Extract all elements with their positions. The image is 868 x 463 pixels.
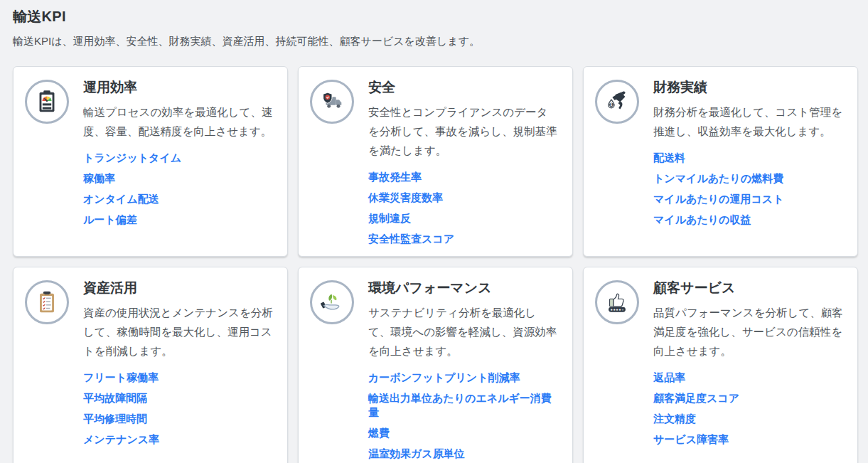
kpi-card-financial-performance: $ 財務実績 財務分析を最適化して、コスト管理を推進し、収益効率を最大化します。… xyxy=(583,66,858,257)
kpi-card-environmental-performance: 環境パフォーマンス サステナビリティ分析を最適化して、環境への影響を軽減し、資源… xyxy=(298,267,573,463)
card-body: 環境パフォーマンス サステナビリティ分析を最適化して、環境への影響を軽減し、資源… xyxy=(368,277,558,461)
kpi-link-asset-utilization-3[interactable]: メンテナンス率 xyxy=(83,432,273,447)
kpi-link-customer-service-2[interactable]: 注文精度 xyxy=(653,412,843,426)
kpi-card-operational-efficiency: 運用効率 輸送プロセスの効率を最適化して、速度、容量、配送精度を向上させます。 … xyxy=(13,66,288,257)
kpi-link-customer-service-1[interactable]: 顧客満足度スコア xyxy=(653,391,843,405)
kpi-link-asset-utilization-2[interactable]: 平均修理時間 xyxy=(83,412,273,426)
card-description: 輸送プロセスの効率を最適化して、速度、容量、配送精度を向上させます。 xyxy=(83,102,273,141)
card-link-list: 配送料トンマイルあたりの燃料費マイルあたりの運用コストマイルあたりの収益 xyxy=(653,151,843,227)
kpi-link-safety-0[interactable]: 事故発生率 xyxy=(368,170,558,184)
kpi-link-safety-1[interactable]: 休業災害度数率 xyxy=(368,191,558,205)
kpi-link-financial-performance-0[interactable]: 配送料 xyxy=(653,151,843,165)
kpi-link-operational-efficiency-1[interactable]: 稼働率 xyxy=(83,171,273,186)
kpi-link-financial-performance-1[interactable]: トンマイルあたりの燃料費 xyxy=(653,171,843,186)
kpi-link-environmental-performance-3[interactable]: 温室効果ガス原単位 xyxy=(368,447,558,461)
checklist-clipboard-icon xyxy=(25,280,69,324)
kpi-link-environmental-performance-2[interactable]: 燃費 xyxy=(368,426,558,440)
card-title: 安全 xyxy=(368,78,558,97)
card-body: 資産活用 資産の使用状況とメンテナンスを分析して、稼働時間を最大化し、運用コスト… xyxy=(83,277,273,447)
card-link-list: フリート稼働率平均故障間隔平均修理時間メンテナンス率 xyxy=(83,371,273,447)
kpi-link-operational-efficiency-0[interactable]: トランジットタイム xyxy=(83,151,273,165)
card-title: 環境パフォーマンス xyxy=(368,279,558,297)
card-description: 財務分析を最適化して、コスト管理を推進し、収益効率を最大化します。 xyxy=(653,102,843,141)
card-title: 顧客サービス xyxy=(653,279,843,297)
kpi-link-safety-2[interactable]: 規制違反 xyxy=(368,211,558,225)
eco-hand-leaf-icon xyxy=(310,280,354,324)
svg-text:★: ★ xyxy=(621,308,624,312)
svg-text:★★★★: ★★★★ xyxy=(610,308,621,312)
card-title: 財務実績 xyxy=(653,78,843,97)
card-link-list: トランジットタイム稼働率オンタイム配送ルート偏差 xyxy=(83,151,273,227)
card-body: 顧客サービス 品質パフォーマンスを分析して、顧客満足度を強化し、サービスの信頼性… xyxy=(653,277,843,447)
kpi-link-financial-performance-2[interactable]: マイルあたりの運用コスト xyxy=(653,192,843,206)
kpi-card-safety: 安全 安全性とコンプライアンスのデータを分析して、事故を減らし、規制基準を満たし… xyxy=(298,66,573,257)
card-title: 資産活用 xyxy=(83,279,273,297)
svg-text:$: $ xyxy=(611,103,613,107)
fuel-dollar-icon: $ xyxy=(595,80,639,124)
kpi-link-financial-performance-3[interactable]: マイルあたりの収益 xyxy=(653,213,843,227)
card-description: 資産の使用状況とメンテナンスを分析して、稼働時間を最大化し、運用コストを削減しま… xyxy=(83,303,273,361)
card-description: サステナビリティ分析を最適化して、環境への影響を軽減し、資源効率を向上させます。 xyxy=(368,303,558,361)
card-body: 運用効率 輸送プロセスの効率を最適化して、速度、容量、配送精度を向上させます。 … xyxy=(83,77,273,227)
kpi-link-environmental-performance-1[interactable]: 輸送出力単位あたりのエネルギー消費量 xyxy=(368,391,558,420)
kpi-link-operational-efficiency-3[interactable]: ルート偏差 xyxy=(83,213,273,227)
kpi-link-environmental-performance-0[interactable]: カーボンフットプリント削減率 xyxy=(368,371,558,385)
kpi-card-customer-service: ★★★★★ 顧客サービス 品質パフォーマンスを分析して、顧客満足度を強化し、サー… xyxy=(583,267,858,463)
kpi-link-safety-3[interactable]: 安全性監査スコア xyxy=(368,232,558,246)
card-body: 財務実績 財務分析を最適化して、コスト管理を推進し、収益効率を最大化します。 配… xyxy=(653,77,843,227)
kpi-card-grid: 運用効率 輸送プロセスの効率を最適化して、速度、容量、配送精度を向上させます。 … xyxy=(13,66,858,463)
shield-truck-icon xyxy=(310,80,354,124)
kpi-link-operational-efficiency-2[interactable]: オンタイム配送 xyxy=(83,192,273,206)
transportation-kpi-page: { "page": { "title": "輸送KPI", "subtitle"… xyxy=(0,0,868,463)
kpi-link-asset-utilization-0[interactable]: フリート稼働率 xyxy=(83,371,273,385)
page-subtitle: 輸送KPIは、運用効率、安全性、財務実績、資産活用、持続可能性、顧客サービスを改… xyxy=(13,35,858,48)
card-link-list: 返品率顧客満足度スコア注文精度サービス障害率 xyxy=(653,371,843,447)
card-body: 安全 安全性とコンプライアンスのデータを分析して、事故を減らし、規制基準を満たし… xyxy=(368,77,558,246)
kpi-link-asset-utilization-1[interactable]: 平均故障間隔 xyxy=(83,391,273,405)
page-container: 輸送KPI 輸送KPIは、運用効率、安全性、財務実績、資産活用、持続可能性、顧客… xyxy=(0,0,868,463)
gauge-clipboard-icon xyxy=(25,80,69,124)
kpi-link-customer-service-3[interactable]: サービス障害率 xyxy=(653,432,843,447)
card-link-list: 事故発生率休業災害度数率規制違反安全性監査スコア xyxy=(368,170,558,246)
page-title: 輸送KPI xyxy=(13,7,858,26)
card-link-list: カーボンフットプリント削減率輸送出力単位あたりのエネルギー消費量燃費温室効果ガス… xyxy=(368,371,558,461)
kpi-link-customer-service-0[interactable]: 返品率 xyxy=(653,371,843,385)
card-description: 品質パフォーマンスを分析して、顧客満足度を強化し、サービスの信頼性を向上させます… xyxy=(653,303,843,361)
thumbs-up-rating-icon: ★★★★★ xyxy=(595,280,639,324)
card-description: 安全性とコンプライアンスのデータを分析して、事故を減らし、規制基準を満たします。 xyxy=(368,102,558,160)
card-title: 運用効率 xyxy=(83,78,273,97)
kpi-card-asset-utilization: 資産活用 資産の使用状況とメンテナンスを分析して、稼働時間を最大化し、運用コスト… xyxy=(13,267,288,463)
